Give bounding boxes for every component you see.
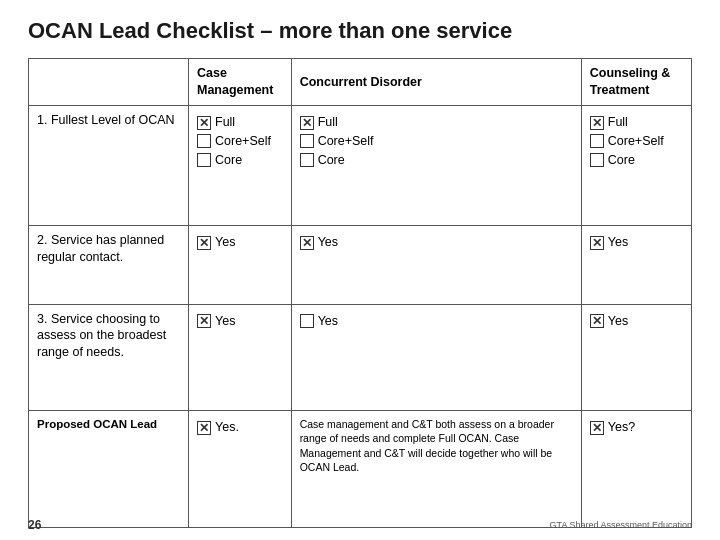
checkbox-row: Core	[197, 152, 283, 169]
page-number: 26	[28, 518, 41, 532]
checkbox-row: Yes	[590, 234, 683, 251]
cell: Yes.	[189, 411, 292, 528]
checkbox-label: Full	[608, 114, 628, 131]
checked-icon	[197, 314, 211, 328]
checkbox-label: Core	[215, 152, 242, 169]
unchecked-icon	[300, 314, 314, 328]
checked-icon	[590, 421, 604, 435]
checked-icon	[197, 116, 211, 130]
checkbox-row: Core+Self	[197, 133, 283, 150]
checkbox-row: Yes?	[590, 419, 683, 436]
checkbox-label: Core+Self	[215, 133, 271, 150]
checkbox-label: Core	[608, 152, 635, 169]
row-label: 3. Service choosing to assess on the bro…	[29, 304, 189, 411]
checkbox-row: Yes	[590, 313, 683, 330]
proposed-note: Case management and C&T both assess on a…	[291, 411, 581, 528]
table-row: 2. Service has planned regular contact.Y…	[29, 226, 692, 304]
checkbox-row: Yes	[197, 313, 283, 330]
checkbox-label: Yes	[215, 234, 235, 251]
checkbox-row: Core+Self	[590, 133, 683, 150]
cell: Yes	[189, 304, 292, 411]
checkbox-label: Core+Self	[318, 133, 374, 150]
checkbox-row: Core	[300, 152, 573, 169]
row-label: Proposed OCAN Lead	[29, 411, 189, 528]
row-label: 2. Service has planned regular contact.	[29, 226, 189, 304]
page: OCAN Lead Checklist – more than one serv…	[0, 0, 720, 540]
checkbox-label: Full	[215, 114, 235, 131]
unchecked-icon	[590, 134, 604, 148]
checkbox-row: Yes	[197, 234, 283, 251]
checkbox-row: Yes	[300, 234, 573, 251]
checked-icon	[300, 236, 314, 250]
checked-icon	[590, 314, 604, 328]
table-row: Proposed OCAN LeadYes.Case management an…	[29, 411, 692, 528]
cell: FullCore+SelfCore	[291, 106, 581, 226]
table-row: 3. Service choosing to assess on the bro…	[29, 304, 692, 411]
cell: Yes	[189, 226, 292, 304]
checkbox-label: Yes.	[215, 419, 239, 436]
checkbox-row: Yes.	[197, 419, 283, 436]
checked-icon	[197, 236, 211, 250]
cell: Yes	[291, 304, 581, 411]
checkbox-label: Core	[318, 152, 345, 169]
checkbox-label: Yes	[318, 234, 338, 251]
checkbox-row: Full	[300, 114, 573, 131]
checked-icon	[197, 421, 211, 435]
checkbox-label: Yes?	[608, 419, 635, 436]
unchecked-icon	[300, 134, 314, 148]
col-header-counseling-treatment: Counseling & Treatment	[581, 59, 691, 106]
checkbox-row: Core+Self	[300, 133, 573, 150]
cell: Yes?	[581, 411, 691, 528]
col-header-case-management: Case Management	[189, 59, 292, 106]
cell: FullCore+SelfCore	[189, 106, 292, 226]
checkbox-label: Full	[318, 114, 338, 131]
cell: Yes	[581, 226, 691, 304]
cell: Yes	[291, 226, 581, 304]
cell: FullCore+SelfCore	[581, 106, 691, 226]
unchecked-icon	[300, 153, 314, 167]
cell: Yes	[581, 304, 691, 411]
col-header-empty	[29, 59, 189, 106]
checked-icon	[300, 116, 314, 130]
checkbox-row: Full	[197, 114, 283, 131]
unchecked-icon	[590, 153, 604, 167]
brand-note: GTA Shared Assessment Education	[550, 520, 692, 532]
checklist-table: Case Management Concurrent Disorder Coun…	[28, 58, 692, 528]
checkbox-row: Yes	[300, 313, 573, 330]
checkbox-row: Full	[590, 114, 683, 131]
checked-icon	[590, 236, 604, 250]
page-title: OCAN Lead Checklist – more than one serv…	[28, 18, 692, 44]
checkbox-row: Core	[590, 152, 683, 169]
unchecked-icon	[197, 153, 211, 167]
checkbox-label: Yes	[608, 234, 628, 251]
checkbox-label: Yes	[608, 313, 628, 330]
checked-icon	[590, 116, 604, 130]
checkbox-label: Core+Self	[608, 133, 664, 150]
checkbox-label: Yes	[318, 313, 338, 330]
row-label: 1. Fullest Level of OCAN	[29, 106, 189, 226]
checkbox-label: Yes	[215, 313, 235, 330]
table-row: 1. Fullest Level of OCANFullCore+SelfCor…	[29, 106, 692, 226]
unchecked-icon	[197, 134, 211, 148]
col-header-concurrent-disorder: Concurrent Disorder	[291, 59, 581, 106]
